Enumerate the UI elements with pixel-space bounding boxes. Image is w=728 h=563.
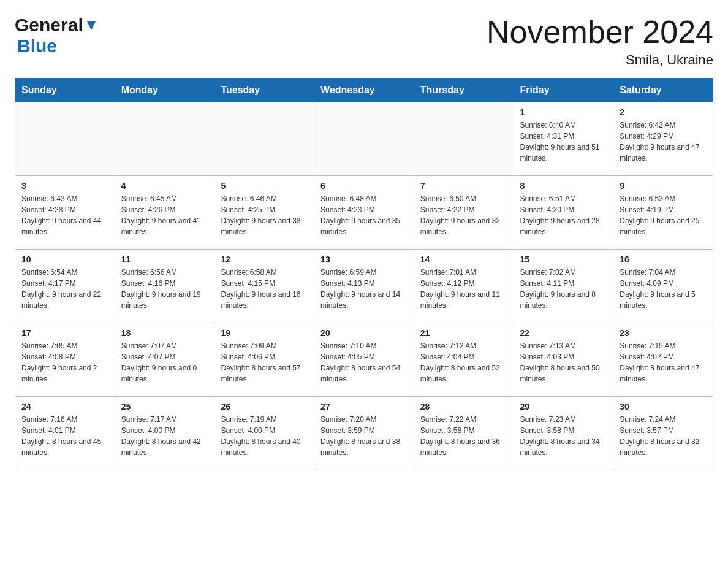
day-info: Sunrise: 7:24 AMSunset: 3:57 PMDaylight:… <box>620 414 707 458</box>
day-number: 9 <box>620 181 707 191</box>
day-number: 28 <box>420 402 507 412</box>
calendar-cell: 9Sunrise: 6:53 AMSunset: 4:19 PMDaylight… <box>613 176 713 250</box>
day-info: Sunrise: 7:13 AMSunset: 4:03 PMDaylight:… <box>520 340 607 385</box>
calendar-cell: 29Sunrise: 7:23 AMSunset: 3:58 PMDayligh… <box>514 397 613 470</box>
calendar-cell <box>15 102 115 176</box>
day-number: 30 <box>620 402 707 412</box>
day-info: Sunrise: 7:17 AMSunset: 4:00 PMDaylight:… <box>121 414 208 458</box>
logo-blue: Blue <box>17 36 57 56</box>
calendar-cell: 1Sunrise: 6:40 AMSunset: 4:31 PMDaylight… <box>514 102 613 176</box>
day-number: 19 <box>221 328 308 338</box>
day-number: 10 <box>21 255 108 264</box>
day-number: 11 <box>121 255 208 264</box>
day-info: Sunrise: 7:16 AMSunset: 4:01 PMDaylight:… <box>21 414 108 458</box>
calendar-week-row: 3Sunrise: 6:43 AMSunset: 4:28 PMDaylight… <box>15 176 713 250</box>
day-info: Sunrise: 6:42 AMSunset: 4:29 PMDaylight:… <box>620 120 707 164</box>
day-number: 22 <box>520 328 607 338</box>
calendar-cell: 17Sunrise: 7:05 AMSunset: 4:08 PMDayligh… <box>15 323 115 397</box>
day-info: Sunrise: 7:05 AMSunset: 4:08 PMDaylight:… <box>21 340 108 385</box>
calendar-cell: 23Sunrise: 7:15 AMSunset: 4:02 PMDayligh… <box>613 323 713 397</box>
day-info: Sunrise: 7:22 AMSunset: 3:58 PMDaylight:… <box>420 414 507 458</box>
day-number: 21 <box>420 328 507 338</box>
weekday-header-row: Sunday Monday Tuesday Wednesday Thursday… <box>15 79 713 102</box>
logo-general: General <box>15 15 83 36</box>
calendar-cell: 28Sunrise: 7:22 AMSunset: 3:58 PMDayligh… <box>414 397 514 470</box>
day-number: 2 <box>620 107 707 117</box>
month-year-title: November 2024 <box>487 15 713 50</box>
calendar-cell <box>115 102 214 176</box>
calendar-cell: 8Sunrise: 6:51 AMSunset: 4:20 PMDaylight… <box>514 176 613 250</box>
calendar-cell: 14Sunrise: 7:01 AMSunset: 4:12 PMDayligh… <box>414 250 514 323</box>
day-number: 6 <box>320 181 408 191</box>
title-block: November 2024 Smila, Ukraine <box>487 15 713 68</box>
calendar-cell <box>414 102 514 176</box>
day-number: 18 <box>121 328 208 338</box>
day-number: 4 <box>121 181 208 191</box>
day-info: Sunrise: 6:51 AMSunset: 4:20 PMDaylight:… <box>520 193 607 237</box>
day-number: 29 <box>520 402 607 412</box>
calendar-cell: 24Sunrise: 7:16 AMSunset: 4:01 PMDayligh… <box>15 397 115 470</box>
day-info: Sunrise: 6:56 AMSunset: 4:16 PMDaylight:… <box>121 267 208 311</box>
day-number: 15 <box>520 255 607 264</box>
calendar-week-row: 17Sunrise: 7:05 AMSunset: 4:08 PMDayligh… <box>15 323 713 397</box>
calendar-cell: 19Sunrise: 7:09 AMSunset: 4:06 PMDayligh… <box>214 323 314 397</box>
calendar-cell: 26Sunrise: 7:19 AMSunset: 4:00 PMDayligh… <box>214 397 314 470</box>
day-number: 14 <box>420 255 507 264</box>
header-saturday: Saturday <box>613 79 713 102</box>
day-info: Sunrise: 7:01 AMSunset: 4:12 PMDaylight:… <box>420 267 507 311</box>
day-number: 13 <box>320 255 408 264</box>
day-info: Sunrise: 7:23 AMSunset: 3:58 PMDaylight:… <box>520 414 607 458</box>
day-info: Sunrise: 7:07 AMSunset: 4:07 PMDaylight:… <box>121 340 208 385</box>
day-number: 12 <box>221 255 308 264</box>
day-number: 25 <box>121 402 208 412</box>
calendar-cell: 2Sunrise: 6:42 AMSunset: 4:29 PMDaylight… <box>613 102 713 176</box>
day-info: Sunrise: 6:43 AMSunset: 4:28 PMDaylight:… <box>21 193 108 237</box>
day-number: 3 <box>21 181 108 191</box>
day-info: Sunrise: 6:58 AMSunset: 4:15 PMDaylight:… <box>221 267 308 311</box>
day-info: Sunrise: 6:48 AMSunset: 4:23 PMDaylight:… <box>320 193 408 237</box>
calendar-cell: 18Sunrise: 7:07 AMSunset: 4:07 PMDayligh… <box>115 323 214 397</box>
logo-arrow-icon <box>85 19 98 33</box>
calendar-cell: 6Sunrise: 6:48 AMSunset: 4:23 PMDaylight… <box>314 176 414 250</box>
day-info: Sunrise: 7:15 AMSunset: 4:02 PMDaylight:… <box>620 340 707 385</box>
calendar-cell: 3Sunrise: 6:43 AMSunset: 4:28 PMDaylight… <box>15 176 115 250</box>
calendar-cell: 5Sunrise: 6:46 AMSunset: 4:25 PMDaylight… <box>214 176 314 250</box>
calendar-cell: 27Sunrise: 7:20 AMSunset: 3:59 PMDayligh… <box>314 397 414 470</box>
calendar-cell: 21Sunrise: 7:12 AMSunset: 4:04 PMDayligh… <box>414 323 514 397</box>
calendar-cell: 15Sunrise: 7:02 AMSunset: 4:11 PMDayligh… <box>514 250 613 323</box>
day-number: 7 <box>420 181 507 191</box>
calendar-cell: 25Sunrise: 7:17 AMSunset: 4:00 PMDayligh… <box>115 397 214 470</box>
logo: General Blue <box>15 15 98 56</box>
day-info: Sunrise: 7:04 AMSunset: 4:09 PMDaylight:… <box>620 267 707 311</box>
day-number: 20 <box>320 328 408 338</box>
location-title: Smila, Ukraine <box>487 52 713 68</box>
calendar-table: Sunday Monday Tuesday Wednesday Thursday… <box>15 78 713 470</box>
calendar-cell: 30Sunrise: 7:24 AMSunset: 3:57 PMDayligh… <box>613 397 713 470</box>
calendar-week-row: 1Sunrise: 6:40 AMSunset: 4:31 PMDaylight… <box>15 102 713 176</box>
calendar-cell: 11Sunrise: 6:56 AMSunset: 4:16 PMDayligh… <box>115 250 214 323</box>
day-number: 1 <box>520 107 607 117</box>
day-info: Sunrise: 7:12 AMSunset: 4:04 PMDaylight:… <box>420 340 507 385</box>
calendar-week-row: 10Sunrise: 6:54 AMSunset: 4:17 PMDayligh… <box>15 250 713 323</box>
calendar-cell: 4Sunrise: 6:45 AMSunset: 4:26 PMDaylight… <box>115 176 214 250</box>
page-header: General Blue November 2024 Smila, Ukrain… <box>15 15 713 68</box>
day-info: Sunrise: 7:09 AMSunset: 4:06 PMDaylight:… <box>221 340 308 385</box>
header-sunday: Sunday <box>15 79 115 102</box>
day-number: 16 <box>620 255 707 264</box>
day-info: Sunrise: 6:45 AMSunset: 4:26 PMDaylight:… <box>121 193 208 237</box>
day-number: 24 <box>21 402 108 412</box>
calendar-cell: 20Sunrise: 7:10 AMSunset: 4:05 PMDayligh… <box>314 323 414 397</box>
day-info: Sunrise: 6:50 AMSunset: 4:22 PMDaylight:… <box>420 193 507 237</box>
header-wednesday: Wednesday <box>314 79 414 102</box>
day-number: 27 <box>320 402 408 412</box>
day-info: Sunrise: 6:59 AMSunset: 4:13 PMDaylight:… <box>320 267 408 311</box>
calendar-cell <box>214 102 314 176</box>
header-friday: Friday <box>514 79 613 102</box>
day-number: 17 <box>21 328 108 338</box>
day-info: Sunrise: 7:19 AMSunset: 4:00 PMDaylight:… <box>221 414 308 458</box>
header-tuesday: Tuesday <box>214 79 314 102</box>
header-thursday: Thursday <box>414 79 514 102</box>
day-info: Sunrise: 7:10 AMSunset: 4:05 PMDaylight:… <box>320 340 408 385</box>
calendar-cell: 16Sunrise: 7:04 AMSunset: 4:09 PMDayligh… <box>613 250 713 323</box>
day-info: Sunrise: 7:20 AMSunset: 3:59 PMDaylight:… <box>320 414 408 458</box>
